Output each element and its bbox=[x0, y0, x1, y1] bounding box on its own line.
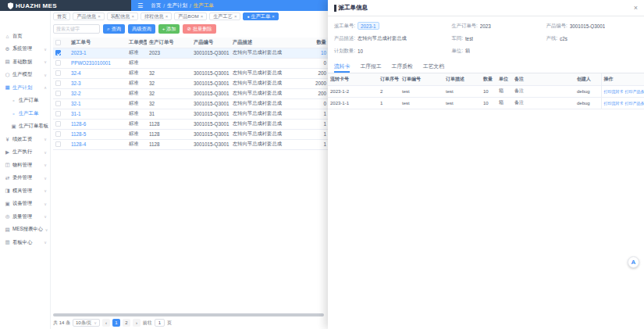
row-checkbox[interactable] bbox=[55, 60, 61, 66]
work-order-no-link[interactable]: 32-3 bbox=[69, 78, 126, 88]
row-checkbox[interactable] bbox=[55, 101, 61, 106]
print-barcode-link[interactable]: 打印产品条码 bbox=[625, 101, 644, 105]
sidebar-item[interactable]: ▤ MES报表中心 ∨ bbox=[0, 224, 50, 237]
column-header[interactable]: 生产订单号 bbox=[147, 38, 191, 48]
work-order-no-link[interactable]: 32-1 bbox=[69, 98, 126, 109]
tab-close-icon[interactable]: × bbox=[234, 14, 237, 19]
table-row[interactable]: 32-2 标准 32 3001015-Q3001 左转向节总成衬套总成 200 bbox=[53, 88, 329, 98]
sidebar-item[interactable]: ◨ 模具管理 ∨ bbox=[0, 184, 50, 198]
sidebar-item[interactable]: ¥ 绩效工资 ∨ bbox=[0, 133, 50, 146]
table-row[interactable]: 1128-6 标准 1128 3001015-Q3001 左转向节总成衬套总成 … bbox=[53, 119, 329, 129]
sidebar-item[interactable]: ⬡ 生产模型 ∨ bbox=[0, 69, 50, 82]
work-order-no-link[interactable]: 31-1 bbox=[69, 109, 126, 119]
table-row[interactable]: PPWO231010001 标准 0 bbox=[53, 58, 329, 68]
row-checkbox[interactable] bbox=[55, 121, 61, 127]
tab-close-icon[interactable]: × bbox=[272, 14, 275, 19]
add-button[interactable]: + 添加 bbox=[158, 24, 180, 34]
sidebar-item[interactable]: ▤ 基础数据 ∨ bbox=[0, 55, 50, 69]
table-row[interactable]: 32-4 标准 32 3001015-Q3001 左转向节总成衬套总成 200 bbox=[53, 68, 329, 78]
table-row[interactable]: 32-3 标准 32 3001015-Q3001 左转向节总成衬套总成 2000 bbox=[53, 78, 329, 88]
horizontal-scrollbar[interactable] bbox=[53, 313, 324, 316]
assistant-floating-button[interactable]: A bbox=[628, 256, 639, 268]
select-all-checkbox[interactable] bbox=[55, 40, 61, 45]
breadcrumb-item[interactable]: 生产工单 bbox=[194, 2, 214, 9]
drawer-tab[interactable]: 工序报工 bbox=[360, 62, 381, 73]
page-tab[interactable]: 产品信息 × bbox=[73, 13, 104, 20]
sidebar-item[interactable]: ⌂ 首页 bbox=[0, 30, 50, 43]
page-size-select[interactable]: 10条/页 ∨ bbox=[73, 319, 100, 327]
page-tab[interactable]: 装配信息 × bbox=[107, 13, 138, 20]
work-order-no-link[interactable]: 1128-6 bbox=[69, 119, 126, 129]
sidebar-item[interactable]: ⚙ 系统管理 ∨ bbox=[0, 43, 50, 56]
chevron-icon: ∨ bbox=[44, 188, 47, 193]
sidebar-item[interactable]: ▣ 设备管理 ∨ bbox=[0, 198, 50, 211]
row-checkbox[interactable] bbox=[55, 131, 61, 137]
row-checkbox[interactable] bbox=[55, 70, 61, 76]
sidebar-item[interactable]: ◫ 物料管理 ∨ bbox=[0, 159, 50, 172]
page-number-button[interactable]: 2 bbox=[123, 319, 130, 327]
advanced-search-button[interactable]: 高级查询 bbox=[128, 24, 155, 34]
search-input[interactable] bbox=[53, 24, 100, 34]
page-tab[interactable]: 排程信息 × bbox=[141, 13, 172, 20]
table-row[interactable]: 1128-4 标准 1128 3001015-Q3001 左转向节总成衬套总成 … bbox=[53, 139, 329, 149]
sidebar-item[interactable]: ▥ 看板中心 ∨ bbox=[0, 236, 50, 249]
page-tab[interactable]: 生产工艺 × bbox=[209, 13, 240, 20]
column-header: 创建人 bbox=[575, 73, 601, 85]
sidebar-item-icon: ▥ bbox=[5, 239, 10, 245]
row-checkbox[interactable] bbox=[55, 91, 61, 96]
tab-close-icon[interactable]: × bbox=[165, 14, 169, 19]
table-row[interactable]: 1128-5 标准 1128 3001015-Q3001 左转向节总成衬套总成 … bbox=[53, 129, 329, 139]
sidebar-item[interactable]: ▫ 生产工单 bbox=[0, 107, 50, 120]
work-order-no-link[interactable]: 1128-5 bbox=[69, 129, 126, 139]
table-row[interactable]: 2023-1 标准 2023 3001015-Q3001 左转向节总成衬套总成 … bbox=[53, 48, 329, 58]
page-number-button[interactable]: 1 bbox=[112, 319, 120, 327]
search-button[interactable]: ⌕ 查询 bbox=[103, 24, 125, 34]
print-flow-card-link[interactable]: 打印流转卡 bbox=[604, 89, 624, 94]
work-order-no-link[interactable]: 32-2 bbox=[69, 88, 126, 98]
tab-close-icon[interactable]: × bbox=[98, 14, 101, 19]
hamburger-icon[interactable]: ☰ bbox=[137, 2, 143, 9]
print-barcode-link[interactable]: 打印产品条码 bbox=[625, 89, 644, 94]
page-tab[interactable]: 产品BOM × bbox=[174, 13, 207, 20]
sidebar-item[interactable]: ◎ 质量管理 ∨ bbox=[0, 210, 50, 224]
sidebar-item[interactable]: ▫ 生产订单 bbox=[0, 95, 50, 108]
drawer-tab[interactable]: 工序质检 bbox=[392, 62, 413, 73]
work-order-no-link[interactable]: 32-4 bbox=[69, 68, 126, 78]
table-row[interactable]: 31-1 标准 31 3001015-Q3001 左转向节总成衬套总成 1 bbox=[53, 109, 329, 119]
tab-close-icon[interactable]: × bbox=[201, 14, 204, 19]
next-page-button[interactable]: › bbox=[133, 319, 141, 327]
column-header[interactable]: 数量 bbox=[313, 38, 329, 48]
column-header[interactable]: 产品描述 bbox=[230, 38, 313, 48]
row-checkbox[interactable] bbox=[55, 111, 61, 116]
sidebar-item[interactable]: ▦ 生产计划 ∧ bbox=[0, 81, 50, 95]
table-row[interactable]: 32-1 标准 32 3001015-Q3001 左转向节总成衬套总成 0 bbox=[53, 98, 329, 109]
work-order-no-link[interactable]: 2023-1 bbox=[69, 48, 126, 58]
column-header[interactable]: 工单类型 bbox=[126, 38, 147, 48]
page-tab[interactable]: 首页 bbox=[53, 13, 70, 20]
row-checkbox[interactable] bbox=[55, 141, 61, 147]
flow-card-row[interactable]: 2023-1-2 2 test test 10 箱 备注 debug 打印流转卡… bbox=[328, 85, 644, 97]
drawer-tab[interactable]: 流转卡 bbox=[334, 62, 350, 73]
batch-delete-button[interactable]: ⊘ 批量删除 bbox=[183, 24, 215, 34]
sidebar-item[interactable]: ⇄ 委外管理 ∨ bbox=[0, 172, 50, 185]
prev-page-button[interactable]: ‹ bbox=[102, 319, 110, 327]
flow-card-row[interactable]: 2023-1-1 1 test test 10 箱 备注 debug 打印流转卡… bbox=[328, 97, 644, 109]
sidebar-item[interactable]: ▣ 生产订单看板 bbox=[0, 120, 50, 134]
work-order-type: 标准 bbox=[126, 88, 147, 98]
row-checkbox[interactable] bbox=[55, 80, 61, 86]
product-desc: 左转向节总成衬套总成 bbox=[230, 98, 313, 109]
row-checkbox[interactable] bbox=[55, 50, 61, 55]
sidebar-item[interactable]: ▶ 生产执行 ∨ bbox=[0, 146, 50, 159]
breadcrumb-item[interactable]: 生产计划 bbox=[167, 2, 187, 9]
tab-close-icon[interactable]: × bbox=[131, 14, 134, 19]
column-header[interactable]: 派工单号 bbox=[69, 38, 126, 48]
breadcrumb-item[interactable]: 首页 bbox=[151, 2, 161, 9]
print-flow-card-link[interactable]: 打印流转卡 bbox=[604, 101, 624, 105]
page-tab[interactable]: ● 生产工单 × bbox=[243, 13, 278, 20]
goto-page-input[interactable] bbox=[155, 319, 165, 327]
work-order-no-link[interactable]: 1128-4 bbox=[69, 139, 126, 149]
work-order-no-link[interactable]: PPWO231010001 bbox=[69, 58, 126, 68]
drawer-tab[interactable]: 工艺文档 bbox=[423, 62, 444, 73]
close-icon[interactable]: × bbox=[634, 5, 638, 12]
column-header[interactable]: 产品编号 bbox=[191, 38, 230, 48]
